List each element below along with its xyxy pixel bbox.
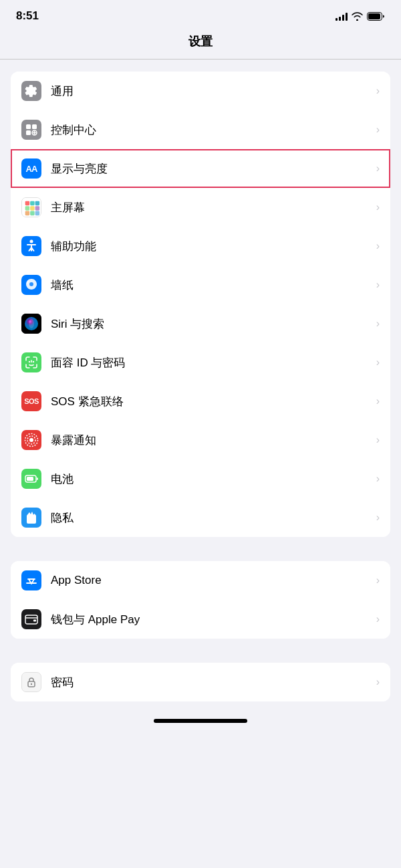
svg-rect-1: [368, 13, 380, 19]
dianchi-icon: [21, 469, 41, 489]
fuzhu-chevron: ›: [376, 240, 380, 252]
settings-row-appstore[interactable]: App Store ›: [11, 561, 390, 600]
face-chevron: ›: [376, 356, 380, 368]
settings-row-mima[interactable]: 密码 ›: [11, 663, 390, 701]
svg-rect-13: [30, 206, 35, 211]
home-indicator-area: [0, 701, 401, 728]
zhupingmu-chevron: ›: [376, 201, 380, 213]
svg-rect-29: [27, 477, 33, 481]
svg-point-18: [30, 240, 33, 243]
kongzhi-chevron: ›: [376, 124, 380, 136]
settings-row-yinsi[interactable]: 隐私 ›: [11, 498, 390, 537]
zhizhi-label: 墙纸: [51, 278, 374, 293]
tongyong-chevron: ›: [376, 85, 380, 97]
svg-point-33: [31, 683, 32, 685]
siri-chevron: ›: [376, 318, 380, 330]
settings-row-face[interactable]: 面容 ID 与密码 ›: [11, 343, 390, 382]
appstore-icon: [21, 570, 41, 590]
settings-row-xianshi[interactable]: AA 显示与亮度 ›: [11, 149, 390, 188]
settings-row-zhupingmu[interactable]: 主屏幕 ›: [11, 188, 390, 227]
zhizhi-chevron: ›: [376, 279, 380, 291]
yinsi-label: 隐私: [51, 510, 374, 526]
settings-row-kongzhi[interactable]: 控制中心 ›: [11, 110, 390, 149]
page-title: 设置: [0, 27, 401, 59]
status-bar: 8:51: [0, 0, 401, 27]
xianshi-label: 显示与亮度: [51, 161, 374, 177]
mima-icon: [21, 672, 41, 692]
svg-rect-4: [26, 130, 31, 135]
dianchi-label: 电池: [51, 471, 374, 487]
wallet-label: 钱包与 Apple Pay: [51, 612, 374, 627]
yinsi-icon: [21, 508, 41, 528]
tongyong-icon: [21, 81, 41, 101]
xianshi-icon: AA: [21, 158, 41, 179]
baolu-chevron: ›: [376, 434, 380, 446]
siri-icon: [21, 314, 41, 334]
siri-label: Siri 与搜索: [51, 316, 374, 332]
svg-rect-2: [26, 124, 31, 129]
svg-rect-12: [25, 206, 30, 211]
sos-label: SOS 紧急联络: [51, 394, 374, 409]
zhupingmu-icon: [21, 197, 41, 217]
svg-rect-30: [25, 615, 37, 624]
dianchi-chevron: ›: [376, 473, 380, 485]
wallet-icon: [21, 609, 41, 629]
svg-rect-9: [25, 201, 30, 206]
home-indicator: [154, 719, 247, 723]
svg-rect-10: [30, 201, 35, 206]
svg-point-24: [33, 361, 34, 362]
wallet-chevron: ›: [376, 613, 380, 625]
wifi-icon: [352, 12, 363, 21]
svg-rect-14: [35, 206, 40, 211]
settings-row-wallet[interactable]: 钱包与 Apple Pay ›: [11, 600, 390, 639]
status-time: 8:51: [16, 9, 39, 23]
svg-rect-17: [35, 211, 40, 216]
battery-icon: [367, 12, 385, 21]
zhupingmu-label: 主屏幕: [51, 200, 374, 215]
face-label: 面容 ID 与密码: [51, 355, 374, 370]
settings-row-dianchi[interactable]: 电池 ›: [11, 459, 390, 498]
svg-rect-31: [33, 620, 36, 622]
zhizhi-icon: [21, 275, 41, 295]
settings-group-2: App Store › 钱包与 Apple Pay ›: [11, 561, 390, 639]
settings-row-fuzhu[interactable]: 辅助功能 ›: [11, 227, 390, 265]
sos-icon: SOS: [21, 391, 41, 411]
svg-point-25: [29, 438, 33, 442]
settings-group-3: 密码 ›: [11, 663, 390, 701]
svg-rect-15: [25, 211, 30, 216]
settings-group-1: 通用 › 控制中心 › AA 显示与亮度 ›: [11, 72, 390, 537]
settings-row-siri[interactable]: Siri 与搜索 ›: [11, 304, 390, 343]
signal-icon: [336, 11, 348, 21]
mima-label: 密码: [51, 675, 374, 690]
kongzhi-icon: [21, 120, 41, 140]
svg-point-22: [29, 319, 34, 328]
settings-row-baolu[interactable]: 暴露通知 ›: [11, 421, 390, 459]
tongyong-label: 通用: [51, 84, 374, 99]
fuzhu-label: 辅助功能: [51, 239, 374, 254]
xianshi-chevron: ›: [376, 162, 380, 175]
settings-row-tongyong[interactable]: 通用 ›: [11, 72, 390, 110]
yinsi-chevron: ›: [376, 512, 380, 524]
fuzhu-icon: [21, 236, 41, 256]
settings-row-sos[interactable]: SOS SOS 紧急联络 ›: [11, 382, 390, 421]
status-icons: [336, 11, 385, 21]
svg-point-19: [29, 282, 33, 286]
top-divider: [0, 59, 401, 60]
sos-chevron: ›: [376, 395, 380, 407]
appstore-label: App Store: [51, 574, 374, 587]
kongzhi-label: 控制中心: [51, 122, 374, 138]
appstore-chevron: ›: [376, 574, 380, 586]
svg-rect-11: [35, 201, 40, 206]
svg-rect-16: [30, 211, 35, 216]
baolu-label: 暴露通知: [51, 433, 374, 448]
svg-point-23: [29, 361, 30, 362]
mima-chevron: ›: [376, 676, 380, 688]
settings-row-zhizhi[interactable]: 墙纸 ›: [11, 265, 390, 304]
baolu-icon: [21, 430, 41, 450]
svg-rect-3: [32, 124, 37, 129]
face-icon: [21, 352, 41, 372]
